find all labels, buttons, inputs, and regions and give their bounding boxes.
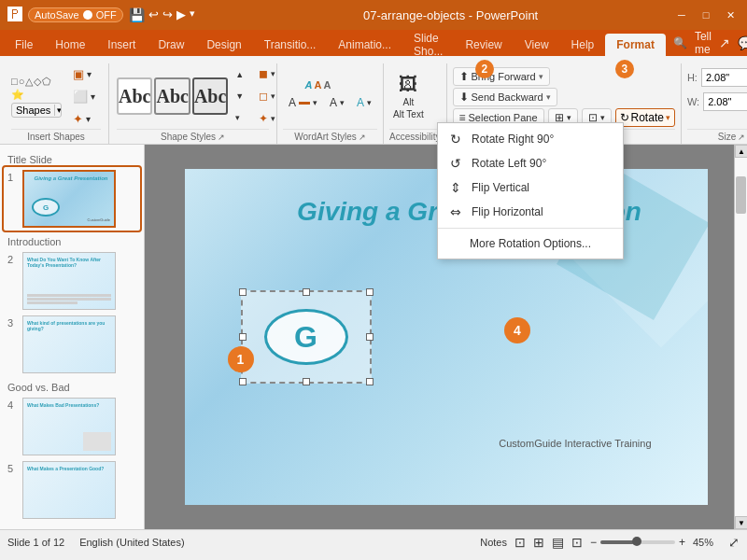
slide-item-3[interactable]: 3 What kind of presentations are you giv… [4, 313, 140, 376]
view-normal-icon[interactable]: ⊡ [514, 535, 526, 550]
shape-style-3[interactable]: Abc [192, 77, 228, 115]
status-right: Notes ⊡ ⊞ ▤ ⊡ − + 45% ⤢ [480, 535, 740, 550]
shape-style-2[interactable]: Abc [154, 77, 190, 115]
flip-horizontal-item[interactable]: ⇔ Flip Horizontal [438, 200, 623, 224]
bring-forward-arrow[interactable]: ▾ [539, 72, 543, 81]
toolbar-buttons: 💾 ↩ ↪ ▶ ▾ [129, 7, 195, 22]
selection-handle-bl[interactable] [239, 378, 247, 385]
alt-text-btn[interactable]: 🖼 Alt Alt Text [389, 72, 428, 121]
tab-format[interactable]: Format [605, 34, 666, 56]
rotate-right-item[interactable]: ↻ Rotate Right 90° [438, 127, 623, 151]
tell-me-label[interactable]: Tell me [695, 30, 712, 56]
effects-btn[interactable]: ✦ ▾ [67, 108, 101, 129]
minimize-button[interactable]: ─ [672, 6, 691, 24]
zoom-plus-icon[interactable]: + [679, 536, 685, 549]
zoom-fill [600, 540, 634, 544]
wordart-label: WordArt Styles ↗ [283, 129, 377, 144]
badge-1-slide: 1 [228, 346, 254, 372]
group-label-goodbad: Good vs. Bad [4, 376, 140, 395]
shape-styles-expand-icon[interactable]: ↗ [218, 133, 225, 142]
present-icon[interactable]: ▶ [176, 7, 186, 22]
flip-horizontal-icon: ⇔ [447, 204, 464, 219]
scroll-up-btn[interactable]: ▲ [735, 145, 747, 158]
redo-icon[interactable]: ↪ [162, 7, 173, 22]
selection-handle-tr[interactable] [366, 288, 374, 296]
zoom-minus-icon[interactable]: − [590, 536, 597, 549]
shapes-dropdown[interactable]: Shapes ▾ [11, 103, 62, 118]
selection-handle-mr[interactable] [366, 333, 374, 341]
more-rotation-options-item[interactable]: More Rotation Options... [438, 232, 623, 255]
zoom-thumb[interactable] [632, 537, 641, 546]
zoom-percent[interactable]: 45% [693, 537, 721, 548]
text-fill-btn[interactable]: A ▾ [283, 92, 323, 113]
selection-handle-tc[interactable] [303, 288, 310, 296]
shape-style-1[interactable]: Abc [117, 77, 152, 115]
shape-styles-scroll-up[interactable]: ▲ [230, 64, 249, 85]
size-expand-icon[interactable]: ↗ [738, 133, 745, 142]
notes-btn[interactable]: Notes [480, 537, 507, 548]
scroll-thumb[interactable] [736, 176, 746, 214]
fit-slide-icon[interactable]: ⤢ [728, 535, 740, 550]
text-effects-btn[interactable]: A ▾ [351, 92, 377, 113]
slide-item-1[interactable]: 1 Giving a Great Presentation G CustomGu… [4, 167, 140, 231]
shapes-content: □ ○ △ ◇ ⬠ ⭐ Shapes ▾ ▣ ▾ [11, 63, 101, 129]
shape-styles-scroll-down[interactable]: ▼ [230, 86, 249, 106]
slide-num-1: 1 [7, 172, 19, 183]
height-input[interactable]: 2.08" [701, 68, 747, 87]
bring-forward-btn[interactable]: ⬆ Bring Forward ▾ [453, 67, 550, 86]
tab-home[interactable]: Home [44, 34, 96, 56]
group-label-intro: Introduction [4, 231, 140, 249]
ribbon-main: □ ○ △ ◇ ⬠ ⭐ Shapes ▾ ▣ ▾ [7, 60, 740, 144]
customize-icon[interactable]: ▾ [190, 7, 195, 22]
selection-handle-tl[interactable] [239, 288, 247, 296]
rotate-left-icon: ↺ [447, 156, 464, 171]
share-button[interactable]: ↗ [719, 35, 730, 50]
undo-icon[interactable]: ↩ [148, 7, 159, 22]
tab-draw[interactable]: Draw [147, 34, 195, 56]
width-input[interactable]: 2.08" [703, 92, 747, 111]
tab-slideshow[interactable]: Slide Sho... [402, 34, 454, 56]
scroll-down-btn[interactable]: ▼ [735, 516, 747, 529]
rotate-btn[interactable]: ↻ Rotate ▾ [615, 108, 675, 127]
view-slide-sorter-icon[interactable]: ⊞ [533, 535, 544, 550]
tab-review[interactable]: Review [454, 34, 513, 56]
slide-item-2[interactable]: 2 What Do You Want To Know After Today's… [4, 249, 140, 313]
close-button[interactable]: ✕ [721, 6, 740, 24]
tab-transitions[interactable]: Transitio... [253, 34, 328, 56]
send-backward-arrow[interactable]: ▾ [546, 92, 551, 102]
rotate-left-item[interactable]: ↺ Rotate Left 90° [438, 151, 623, 175]
selection-handle-bc[interactable] [303, 378, 310, 385]
fill-color-btn[interactable]: ▣ ▾ [67, 63, 101, 84]
selection-handle-br[interactable] [366, 378, 374, 385]
restore-button[interactable]: □ [697, 6, 715, 24]
slide-item-4[interactable]: 4 What Makes Bad Presentations? [4, 395, 140, 458]
slide-item-5[interactable]: 5 What Makes a Presentation Good? [4, 458, 140, 522]
save-icon[interactable]: 💾 [129, 7, 145, 22]
tab-design[interactable]: Design [195, 34, 252, 56]
tab-file[interactable]: File [4, 34, 44, 56]
tab-help[interactable]: Help [560, 34, 606, 56]
ribbon: □ ○ △ ◇ ⬠ ⭐ Shapes ▾ ▣ ▾ [0, 56, 747, 145]
autosave-toggle[interactable]: AutoSave OFF [28, 7, 123, 22]
tab-insert[interactable]: Insert [96, 34, 147, 56]
wordart-expand-icon[interactable]: ↗ [359, 133, 366, 142]
flip-vertical-item[interactable]: ⇕ Flip Vertical [438, 175, 623, 200]
outline-color-btn[interactable]: ⬜ ▾ [67, 86, 101, 106]
view-reading-icon[interactable]: ▤ [552, 535, 564, 550]
zoom-slider[interactable]: − + [590, 536, 685, 549]
zoom-track[interactable] [600, 540, 675, 544]
slide-thumb-3: What kind of presentations are you givin… [22, 315, 116, 373]
shape-styles-more[interactable]: ▾ [230, 107, 249, 128]
comments-button[interactable]: 💬 [738, 35, 747, 50]
tab-animations[interactable]: Animatio... [327, 34, 402, 56]
view-slideshow-icon[interactable]: ⊡ [571, 535, 583, 550]
accessibility-content: 🖼 Alt Alt Text [389, 63, 440, 129]
send-backward-btn[interactable]: ⬇ Send Backward ▾ [453, 88, 557, 106]
text-outline-btn[interactable]: A ▾ [324, 92, 350, 113]
selection-handle-ml[interactable] [239, 333, 247, 341]
title-bar-left: 🅿 AutoSave OFF 💾 ↩ ↪ ▶ ▾ [7, 7, 229, 23]
logo-object[interactable]: G [241, 290, 372, 384]
title-bar-controls: ─ □ ✕ [672, 6, 740, 24]
autosave-state: OFF [96, 9, 117, 21]
tab-view[interactable]: View [514, 34, 560, 56]
